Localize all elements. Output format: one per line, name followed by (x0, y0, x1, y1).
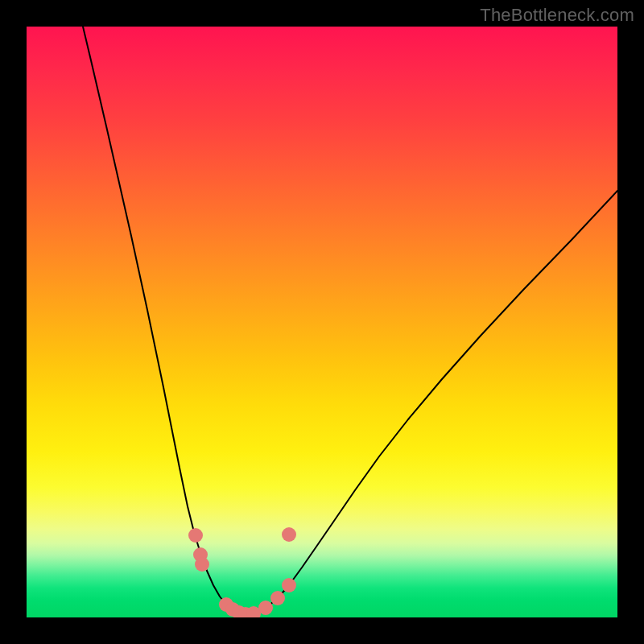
marker-dot (188, 528, 203, 543)
marker-group (188, 527, 296, 617)
watermark-text: TheBottleneck.com (480, 5, 634, 26)
marker-dot (282, 527, 296, 542)
marker-dot (270, 591, 285, 605)
bottleneck-curve (83, 27, 617, 614)
marker-dot (195, 557, 209, 572)
frame: TheBottleneck.com (0, 0, 644, 644)
marker-dot (282, 578, 296, 592)
plot-area (27, 27, 617, 617)
marker-dot (258, 601, 273, 615)
chart-svg (27, 27, 617, 617)
